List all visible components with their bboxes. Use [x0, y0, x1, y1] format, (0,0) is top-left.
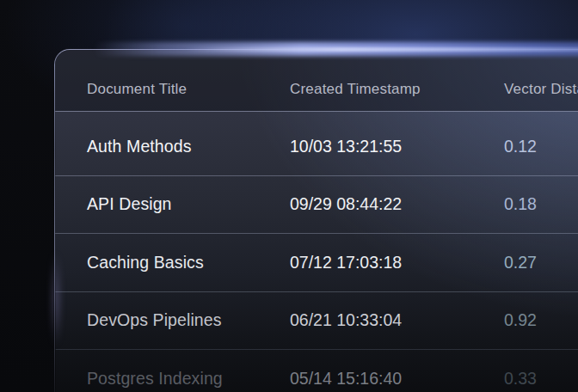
table-row[interactable]: API Design 09/29 08:44:22 0.18 — [55, 176, 578, 235]
document-title-cell: Auth Methods — [87, 137, 290, 156]
background: Document Title Created Timestamp Vector … — [0, 0, 578, 392]
created-timestamp-cell: 07/12 17:03:18 — [290, 253, 504, 273]
table-row[interactable]: Caching Basics 07/12 17:03:18 0.27 — [55, 234, 578, 292]
table-row[interactable]: Auth Methods 10/03 13:21:55 0.12 — [55, 118, 578, 176]
vector-distance-cell: 0.92 — [504, 310, 578, 330]
vector-distance-cell: 0.12 — [504, 137, 578, 156]
document-title-cell: Caching Basics — [87, 253, 290, 273]
documents-table-card: Document Title Created Timestamp Vector … — [54, 49, 578, 392]
created-timestamp-cell: 05/14 15:16:40 — [290, 369, 504, 389]
document-title-cell: DevOps Pipelines — [87, 310, 290, 330]
created-timestamp-cell: 09/29 08:44:22 — [290, 194, 504, 214]
table-body: Auth Methods 10/03 13:21:55 0.12 API Des… — [55, 112, 578, 392]
vector-distance-cell: 0.27 — [504, 253, 578, 273]
document-title-cell: API Design — [87, 194, 290, 214]
column-header-created-timestamp: Created Timestamp — [290, 81, 504, 98]
created-timestamp-cell: 06/21 10:33:04 — [290, 310, 504, 330]
column-header-document-title: Document Title — [87, 81, 290, 98]
document-title-cell: Postgres Indexing — [87, 369, 290, 389]
column-header-vector-distance: Vector Distance — [504, 81, 578, 98]
created-timestamp-cell: 10/03 13:21:55 — [290, 137, 504, 156]
table-row[interactable]: DevOps Pipelines 06/21 10:33:04 0.92 — [55, 292, 578, 351]
vector-distance-cell: 0.18 — [504, 194, 578, 214]
table-row[interactable]: Postgres Indexing 05/14 15:16:40 0.33 — [55, 350, 578, 392]
table-header-row: Document Title Created Timestamp Vector … — [55, 50, 578, 112]
vector-distance-cell: 0.33 — [504, 369, 578, 389]
